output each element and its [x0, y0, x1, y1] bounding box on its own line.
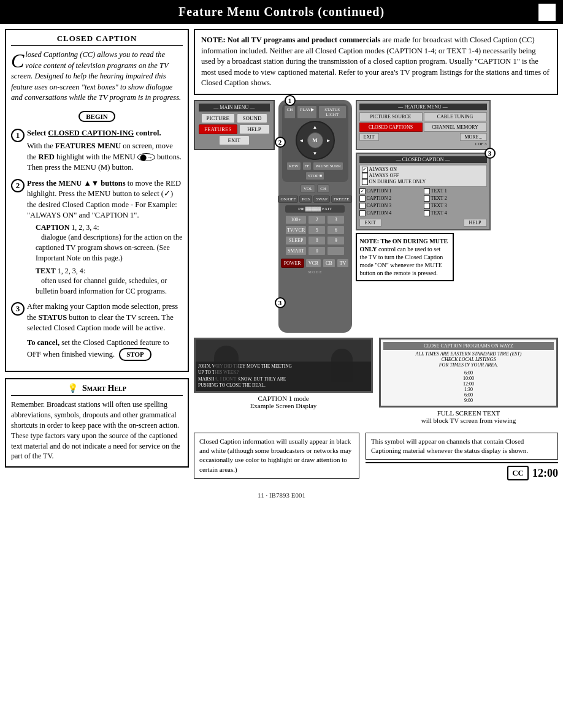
- full-screen-title: CLOSE CAPTION PROGRAMS ON WAYZ: [383, 342, 554, 350]
- cc-mute-row: ON DURING MUTE ONLY: [362, 179, 484, 185]
- remote-btn-rew[interactable]: REW: [286, 162, 301, 170]
- remote-btn-9[interactable]: 9: [327, 236, 345, 245]
- remote-btn-stop[interactable]: STOP ■: [305, 172, 324, 180]
- cc-exit-btn[interactable]: EXIT: [359, 219, 381, 227]
- remote-btn-2[interactable]: 2: [308, 215, 326, 224]
- full-screen-sub: ALL TIMES ARE EASTERN STANDARD TIME (EST…: [383, 351, 554, 368]
- cc-time-display: 12:00: [532, 467, 558, 480]
- remote-btn-dash[interactable]: [327, 246, 345, 256]
- page: Feature Menu Controls (continued) CLOSED…: [0, 0, 563, 728]
- remote-btn-sleep[interactable]: SLEEP: [285, 236, 307, 245]
- nav-arrow-left[interactable]: ◄: [299, 137, 304, 143]
- right-column: NOTE: Not all TV programs and product co…: [194, 29, 558, 480]
- full-screen-sub-label: will block TV screen from viewing: [379, 417, 558, 424]
- remote-btn-status[interactable]: STATUS LIGHT: [318, 105, 347, 119]
- smart-help-box: 💡 Smart Help Remember. Broadcast station…: [5, 378, 189, 468]
- step-1: 1 Select CLOSED CAPTION-ING control. Wit…: [11, 128, 183, 173]
- time-6: 9:00: [383, 398, 554, 403]
- feature-menu-bottom: EXIT MORE...: [359, 133, 487, 141]
- step-1-sub: With the FEATURES MENU on screen, move t…: [27, 141, 183, 173]
- main-menu-title: — MAIN MENU —: [199, 104, 270, 112]
- nav-arrow-down[interactable]: ▼: [313, 151, 318, 156]
- smart-help-content: Remember. Broadcast stations will often …: [11, 400, 183, 461]
- remote-btn-0[interactable]: 0: [308, 246, 326, 256]
- full-screen-text-box: CLOSE CAPTION PROGRAMS ON WAYZ ALL TIMES…: [379, 338, 558, 408]
- remote-btn-6[interactable]: 6: [327, 226, 345, 235]
- cc-symbol-text: This symbol will appear on channels that…: [371, 438, 528, 454]
- step-2: 2 Press the MENU ▲▼ buttons to move the …: [11, 178, 183, 297]
- figure-2: [331, 349, 353, 382]
- cc-caption-grid: ✓ CAPTION 1 TEXT 1 CAP: [359, 188, 487, 216]
- remote-btn-swap[interactable]: SWAP: [313, 195, 330, 203]
- nav-arrow-right[interactable]: ►: [326, 137, 331, 143]
- cc-cap1-row: ✓ CAPTION 1: [359, 188, 423, 194]
- menu-btn-row-1: PICTURE SOUND: [199, 113, 270, 123]
- cc-text1-label: TEXT 1: [431, 188, 447, 194]
- menu-btn-row-3: EXIT: [199, 135, 270, 145]
- cc-help-btn[interactable]: HELP: [464, 219, 487, 227]
- caption-screen-area: JOHN. WHY DID THEY MOVE THE MEETING UP T…: [194, 338, 373, 409]
- remote-btn-tvvcr[interactable]: TV/VCR: [285, 226, 307, 235]
- time-5: 6:00: [383, 392, 554, 398]
- cc-info-box: Closed Caption information will usually …: [194, 433, 359, 479]
- cancel-text: To cancel, set the Closed Captioned feat…: [27, 338, 183, 362]
- note-box: NOTE: Not all TV programs and product co…: [194, 29, 558, 95]
- remote-btn-cb[interactable]: CB: [323, 259, 335, 268]
- cc-always-off-check[interactable]: [362, 173, 368, 179]
- remote-btn-pos[interactable]: POS: [299, 195, 312, 203]
- cc-always-off-row: ALWAYS OFF: [362, 173, 484, 179]
- remote-btn-freeze[interactable]: FREEZE: [331, 195, 352, 203]
- cc-mute-check[interactable]: [362, 179, 368, 185]
- cc-text3-check[interactable]: [424, 203, 430, 209]
- menu-btn-picture[interactable]: PICTURE: [201, 113, 236, 123]
- remote-btn-onoff[interactable]: ON/OFF: [278, 195, 298, 203]
- remote-btn-pause[interactable]: PAUSE SURR: [313, 162, 343, 170]
- remote-btn-8[interactable]: 8: [308, 236, 326, 245]
- remote-top: CH PLAY▶ STATUS LIGHT ▲ ▼ ◄ ►: [282, 104, 348, 182]
- remote-btn-play[interactable]: PLAY▶: [297, 105, 317, 119]
- header-title: Feature Menu Controls (continued): [178, 5, 385, 18]
- menu-btn-exit[interactable]: EXIT: [219, 135, 250, 145]
- diagram-row: — MAIN MENU — PICTURE SOUND FEATURES HEL…: [194, 100, 558, 333]
- remote-btn-3[interactable]: 3: [327, 215, 345, 224]
- cc-cap3-check[interactable]: [359, 203, 366, 209]
- cc-cap2-check[interactable]: [359, 195, 366, 202]
- cc-cap1-check[interactable]: ✓: [359, 188, 366, 194]
- cc-cap4-check[interactable]: [359, 210, 366, 216]
- remote-btn-tv[interactable]: TV: [337, 259, 350, 268]
- remote-btn-100[interactable]: 100+: [285, 215, 307, 224]
- full-screen-times: 6:00 10:00 12:00 1:30 6:00 9:00: [383, 370, 554, 403]
- cc-mute-label: ON DURING MUTE ONLY: [369, 179, 426, 184]
- cc-text1-check[interactable]: [424, 188, 430, 194]
- remote-btn-power[interactable]: POWER: [281, 259, 304, 268]
- remote-btn-ch[interactable]: CH: [284, 105, 296, 119]
- remote-body: CH PLAY▶ STATUS LIGHT ▲ ▼ ◄ ►: [278, 100, 352, 333]
- menu-btn-features[interactable]: FEATURES: [199, 124, 237, 134]
- cc-always-on-check[interactable]: ✓: [362, 167, 368, 173]
- menu-btn-help[interactable]: HELP: [239, 124, 270, 134]
- menu-btn-sound[interactable]: SOUND: [237, 113, 267, 123]
- nav-center-m[interactable]: M: [307, 132, 323, 148]
- remote-btn-5[interactable]: 5: [308, 226, 326, 235]
- cc-intro-text: losed Captioning (CC) allows you to read…: [11, 50, 181, 102]
- footer-text: 11 · IB7893 E001: [258, 491, 305, 499]
- feature-more-btn[interactable]: MORE...: [460, 133, 486, 141]
- cc-text2-check[interactable]: [424, 195, 430, 202]
- cc-text4-check[interactable]: [424, 210, 430, 216]
- remote-btn-vcr[interactable]: VCR: [305, 259, 321, 268]
- remote-btn-smart[interactable]: SMART: [285, 246, 307, 256]
- full-screen-label: FULL SCREEN TEXT: [379, 409, 558, 417]
- cc-always-off-label: ALWAYS OFF: [369, 173, 399, 178]
- cc-box-title: CLOSED CAPTION: [11, 34, 183, 46]
- feature-exit-btn[interactable]: EXIT: [359, 133, 379, 141]
- begin-badge: BEGIN: [79, 111, 115, 122]
- nav-arrow-up[interactable]: ▲: [313, 124, 318, 130]
- cc-cap3-label: CAPTION 3: [367, 203, 392, 208]
- cc-menu-title: — CLOSED CAPTION —: [359, 156, 487, 163]
- diagrams-wrapper: — MAIN MENU — PICTURE SOUND FEATURES HEL…: [194, 100, 558, 333]
- remote-btn-ff[interactable]: FF: [302, 162, 312, 170]
- remote-btn-vol[interactable]: VOL: [301, 184, 315, 193]
- remote-nav-circle: ▲ ▼ ◄ ► M: [296, 121, 335, 160]
- remote-btn-ch2[interactable]: CH: [317, 184, 329, 193]
- cc-cap4-label: CAPTION 4: [367, 210, 392, 216]
